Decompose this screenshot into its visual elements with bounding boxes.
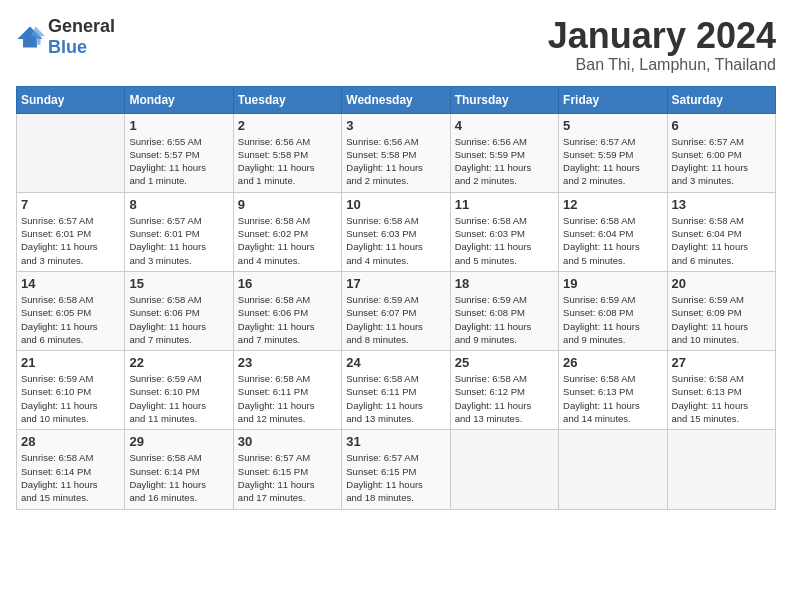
logo-text: General Blue — [48, 16, 115, 58]
day-number: 12 — [563, 197, 662, 212]
day-info: Sunrise: 6:56 AM Sunset: 5:58 PM Dayligh… — [346, 135, 445, 188]
calendar-cell: 25Sunrise: 6:58 AM Sunset: 6:12 PM Dayli… — [450, 351, 558, 430]
calendar-cell: 26Sunrise: 6:58 AM Sunset: 6:13 PM Dayli… — [559, 351, 667, 430]
col-monday: Monday — [125, 86, 233, 113]
calendar-cell: 4Sunrise: 6:56 AM Sunset: 5:59 PM Daylig… — [450, 113, 558, 192]
day-info: Sunrise: 6:57 AM Sunset: 6:01 PM Dayligh… — [21, 214, 120, 267]
day-info: Sunrise: 6:58 AM Sunset: 6:03 PM Dayligh… — [346, 214, 445, 267]
calendar-cell: 12Sunrise: 6:58 AM Sunset: 6:04 PM Dayli… — [559, 192, 667, 271]
day-number: 14 — [21, 276, 120, 291]
day-number: 1 — [129, 118, 228, 133]
day-number: 7 — [21, 197, 120, 212]
day-info: Sunrise: 6:58 AM Sunset: 6:06 PM Dayligh… — [238, 293, 337, 346]
day-number: 29 — [129, 434, 228, 449]
header-row: Sunday Monday Tuesday Wednesday Thursday… — [17, 86, 776, 113]
calendar-cell: 5Sunrise: 6:57 AM Sunset: 5:59 PM Daylig… — [559, 113, 667, 192]
calendar-cell: 1Sunrise: 6:55 AM Sunset: 5:57 PM Daylig… — [125, 113, 233, 192]
day-info: Sunrise: 6:58 AM Sunset: 6:04 PM Dayligh… — [563, 214, 662, 267]
day-info: Sunrise: 6:58 AM Sunset: 6:13 PM Dayligh… — [563, 372, 662, 425]
calendar-week-4: 21Sunrise: 6:59 AM Sunset: 6:10 PM Dayli… — [17, 351, 776, 430]
day-number: 10 — [346, 197, 445, 212]
calendar-week-2: 7Sunrise: 6:57 AM Sunset: 6:01 PM Daylig… — [17, 192, 776, 271]
day-info: Sunrise: 6:57 AM Sunset: 6:00 PM Dayligh… — [672, 135, 771, 188]
calendar-cell: 23Sunrise: 6:58 AM Sunset: 6:11 PM Dayli… — [233, 351, 341, 430]
logo: General Blue — [16, 16, 115, 58]
calendar-cell: 6Sunrise: 6:57 AM Sunset: 6:00 PM Daylig… — [667, 113, 775, 192]
day-number: 16 — [238, 276, 337, 291]
calendar-cell: 20Sunrise: 6:59 AM Sunset: 6:09 PM Dayli… — [667, 271, 775, 350]
day-number: 22 — [129, 355, 228, 370]
day-number: 6 — [672, 118, 771, 133]
title-block: January 2024 Ban Thi, Lamphun, Thailand — [548, 16, 776, 74]
calendar-table: Sunday Monday Tuesday Wednesday Thursday… — [16, 86, 776, 510]
day-info: Sunrise: 6:59 AM Sunset: 6:08 PM Dayligh… — [563, 293, 662, 346]
calendar-cell: 14Sunrise: 6:58 AM Sunset: 6:05 PM Dayli… — [17, 271, 125, 350]
day-number: 2 — [238, 118, 337, 133]
day-info: Sunrise: 6:57 AM Sunset: 6:15 PM Dayligh… — [346, 451, 445, 504]
day-info: Sunrise: 6:58 AM Sunset: 6:11 PM Dayligh… — [346, 372, 445, 425]
calendar-cell — [559, 430, 667, 509]
day-number: 13 — [672, 197, 771, 212]
day-number: 21 — [21, 355, 120, 370]
calendar-week-5: 28Sunrise: 6:58 AM Sunset: 6:14 PM Dayli… — [17, 430, 776, 509]
day-number: 17 — [346, 276, 445, 291]
day-number: 9 — [238, 197, 337, 212]
calendar-cell: 19Sunrise: 6:59 AM Sunset: 6:08 PM Dayli… — [559, 271, 667, 350]
calendar-week-1: 1Sunrise: 6:55 AM Sunset: 5:57 PM Daylig… — [17, 113, 776, 192]
day-info: Sunrise: 6:58 AM Sunset: 6:04 PM Dayligh… — [672, 214, 771, 267]
day-number: 11 — [455, 197, 554, 212]
day-number: 19 — [563, 276, 662, 291]
calendar-cell: 13Sunrise: 6:58 AM Sunset: 6:04 PM Dayli… — [667, 192, 775, 271]
calendar-cell: 24Sunrise: 6:58 AM Sunset: 6:11 PM Dayli… — [342, 351, 450, 430]
col-wednesday: Wednesday — [342, 86, 450, 113]
day-info: Sunrise: 6:55 AM Sunset: 5:57 PM Dayligh… — [129, 135, 228, 188]
day-number: 31 — [346, 434, 445, 449]
day-info: Sunrise: 6:57 AM Sunset: 6:01 PM Dayligh… — [129, 214, 228, 267]
day-number: 3 — [346, 118, 445, 133]
calendar-cell: 2Sunrise: 6:56 AM Sunset: 5:58 PM Daylig… — [233, 113, 341, 192]
calendar-cell: 15Sunrise: 6:58 AM Sunset: 6:06 PM Dayli… — [125, 271, 233, 350]
calendar-cell: 22Sunrise: 6:59 AM Sunset: 6:10 PM Dayli… — [125, 351, 233, 430]
day-number: 28 — [21, 434, 120, 449]
day-info: Sunrise: 6:58 AM Sunset: 6:03 PM Dayligh… — [455, 214, 554, 267]
col-sunday: Sunday — [17, 86, 125, 113]
location-title: Ban Thi, Lamphun, Thailand — [548, 56, 776, 74]
day-number: 30 — [238, 434, 337, 449]
calendar-cell: 3Sunrise: 6:56 AM Sunset: 5:58 PM Daylig… — [342, 113, 450, 192]
calendar-cell: 8Sunrise: 6:57 AM Sunset: 6:01 PM Daylig… — [125, 192, 233, 271]
day-info: Sunrise: 6:58 AM Sunset: 6:14 PM Dayligh… — [21, 451, 120, 504]
col-friday: Friday — [559, 86, 667, 113]
day-info: Sunrise: 6:58 AM Sunset: 6:12 PM Dayligh… — [455, 372, 554, 425]
day-info: Sunrise: 6:59 AM Sunset: 6:09 PM Dayligh… — [672, 293, 771, 346]
calendar-cell: 10Sunrise: 6:58 AM Sunset: 6:03 PM Dayli… — [342, 192, 450, 271]
calendar-cell: 28Sunrise: 6:58 AM Sunset: 6:14 PM Dayli… — [17, 430, 125, 509]
day-number: 15 — [129, 276, 228, 291]
calendar-cell: 9Sunrise: 6:58 AM Sunset: 6:02 PM Daylig… — [233, 192, 341, 271]
day-info: Sunrise: 6:58 AM Sunset: 6:02 PM Dayligh… — [238, 214, 337, 267]
page-header: General Blue January 2024 Ban Thi, Lamph… — [16, 16, 776, 74]
day-info: Sunrise: 6:59 AM Sunset: 6:10 PM Dayligh… — [129, 372, 228, 425]
calendar-cell: 7Sunrise: 6:57 AM Sunset: 6:01 PM Daylig… — [17, 192, 125, 271]
month-title: January 2024 — [548, 16, 776, 56]
calendar-week-3: 14Sunrise: 6:58 AM Sunset: 6:05 PM Dayli… — [17, 271, 776, 350]
day-info: Sunrise: 6:56 AM Sunset: 5:58 PM Dayligh… — [238, 135, 337, 188]
logo-icon — [16, 25, 44, 49]
calendar-cell: 11Sunrise: 6:58 AM Sunset: 6:03 PM Dayli… — [450, 192, 558, 271]
calendar-cell: 21Sunrise: 6:59 AM Sunset: 6:10 PM Dayli… — [17, 351, 125, 430]
day-info: Sunrise: 6:58 AM Sunset: 6:11 PM Dayligh… — [238, 372, 337, 425]
day-number: 23 — [238, 355, 337, 370]
day-number: 5 — [563, 118, 662, 133]
calendar-cell: 17Sunrise: 6:59 AM Sunset: 6:07 PM Dayli… — [342, 271, 450, 350]
calendar-cell: 27Sunrise: 6:58 AM Sunset: 6:13 PM Dayli… — [667, 351, 775, 430]
day-info: Sunrise: 6:57 AM Sunset: 6:15 PM Dayligh… — [238, 451, 337, 504]
calendar-cell: 30Sunrise: 6:57 AM Sunset: 6:15 PM Dayli… — [233, 430, 341, 509]
day-info: Sunrise: 6:58 AM Sunset: 6:13 PM Dayligh… — [672, 372, 771, 425]
day-info: Sunrise: 6:56 AM Sunset: 5:59 PM Dayligh… — [455, 135, 554, 188]
calendar-cell: 18Sunrise: 6:59 AM Sunset: 6:08 PM Dayli… — [450, 271, 558, 350]
day-number: 4 — [455, 118, 554, 133]
calendar-cell: 16Sunrise: 6:58 AM Sunset: 6:06 PM Dayli… — [233, 271, 341, 350]
logo-blue: Blue — [48, 37, 87, 57]
day-number: 8 — [129, 197, 228, 212]
day-info: Sunrise: 6:59 AM Sunset: 6:10 PM Dayligh… — [21, 372, 120, 425]
day-number: 18 — [455, 276, 554, 291]
